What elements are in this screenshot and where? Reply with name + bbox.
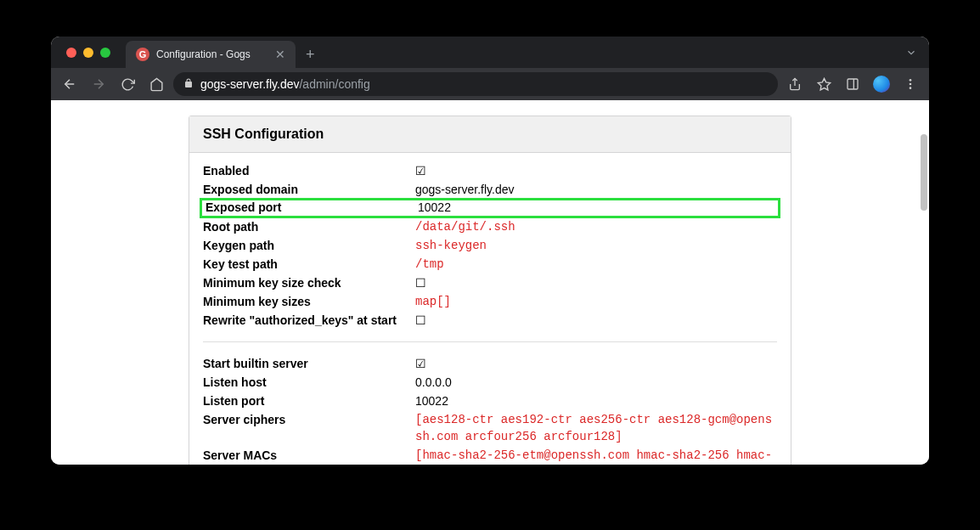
config-label: Minimum key sizes bbox=[203, 293, 415, 310]
config-value: /data/git/.ssh bbox=[415, 218, 777, 235]
extension-icon[interactable] bbox=[870, 72, 893, 96]
config-label: Server ciphers bbox=[203, 411, 415, 428]
bookmark-star-icon[interactable] bbox=[812, 72, 836, 96]
share-icon[interactable] bbox=[783, 72, 807, 96]
config-value: [aes128-ctr aes192-ctr aes256-ctr aes128… bbox=[415, 411, 777, 445]
config-value: gogs-server.fly.dev bbox=[415, 181, 777, 198]
toolbar: gogs-server.fly.dev/admin/config bbox=[51, 68, 929, 100]
browser-window: G Configuration - Gogs ✕ + gogs-server.f… bbox=[51, 37, 929, 465]
unchecked-icon: ☐ bbox=[415, 276, 426, 290]
config-value: ☑ bbox=[415, 355, 777, 372]
config-value: 10022 bbox=[418, 200, 774, 214]
config-value: 10022 bbox=[415, 392, 777, 409]
panel-icon[interactable] bbox=[841, 72, 865, 96]
config-label: Server MACs bbox=[203, 447, 415, 464]
config-row: Listen port10022 bbox=[203, 392, 777, 410]
config-label: Keygen path bbox=[203, 237, 415, 254]
config-value: map[] bbox=[415, 293, 777, 310]
back-button[interactable] bbox=[58, 72, 82, 96]
highlighted-row: Exposed port10022 bbox=[200, 198, 780, 218]
config-label: Exposed port bbox=[206, 200, 418, 214]
config-row: Keygen pathssh-keygen bbox=[203, 236, 777, 255]
reload-button[interactable] bbox=[115, 72, 139, 96]
checked-icon: ☑ bbox=[415, 164, 426, 178]
gogs-favicon: G bbox=[136, 48, 149, 61]
config-value: ☐ bbox=[415, 274, 777, 291]
config-row: Server ciphers[aes128-ctr aes192-ctr aes… bbox=[203, 410, 777, 446]
config-label: Listen port bbox=[203, 392, 415, 409]
config-row: Start builtin server☑ bbox=[203, 354, 777, 373]
svg-point-6 bbox=[910, 79, 912, 82]
config-label: Root path bbox=[203, 218, 415, 235]
config-row: Minimum key sizesmap[] bbox=[203, 292, 777, 311]
page-content: SSH Configuration Enabled☑Exposed domain… bbox=[51, 100, 929, 465]
config-label: Rewrite "authorized_keys" at start bbox=[203, 312, 415, 329]
config-value: ☑ bbox=[415, 162, 777, 179]
svg-rect-4 bbox=[848, 79, 858, 89]
config-row: Root path/data/git/.ssh bbox=[203, 217, 777, 236]
browser-menu-icon[interactable] bbox=[898, 72, 922, 96]
config-label: Key test path bbox=[203, 256, 415, 273]
config-row: Server MACs[hmac-sha2-256-etm@openssh.co… bbox=[203, 446, 777, 465]
tabs-menu-icon[interactable] bbox=[905, 37, 917, 68]
new-tab-button[interactable]: + bbox=[296, 41, 325, 68]
config-label: Start builtin server bbox=[203, 355, 415, 372]
tab-strip: G Configuration - Gogs ✕ + bbox=[51, 37, 929, 68]
browser-tab[interactable]: G Configuration - Gogs ✕ bbox=[126, 41, 296, 68]
config-value: [hmac-sha2-256-etm@openssh.com hmac-sha2… bbox=[415, 447, 777, 465]
config-row: Rewrite "authorized_keys" at start☐ bbox=[203, 311, 777, 330]
config-row: Exposed domaingogs-server.fly.dev bbox=[203, 180, 777, 199]
checked-icon: ☑ bbox=[415, 357, 426, 370]
unchecked-icon: ☐ bbox=[415, 313, 426, 327]
config-value: ☐ bbox=[415, 312, 777, 329]
ssh-config-panel: SSH Configuration Enabled☑Exposed domain… bbox=[189, 116, 791, 465]
config-label: Enabled bbox=[203, 162, 415, 179]
panel-title: SSH Configuration bbox=[189, 116, 791, 153]
config-row: Minimum key size check☐ bbox=[203, 273, 777, 292]
window-controls bbox=[59, 37, 126, 68]
forward-button[interactable] bbox=[87, 72, 110, 96]
config-row: Enabled☑ bbox=[203, 161, 777, 180]
scrollbar[interactable] bbox=[921, 134, 927, 211]
close-window-button[interactable] bbox=[66, 48, 76, 58]
divider bbox=[203, 341, 777, 342]
config-value: 0.0.0.0 bbox=[415, 374, 777, 391]
config-label: Exposed domain bbox=[203, 181, 415, 198]
config-label: Listen host bbox=[203, 374, 415, 391]
config-value: ssh-keygen bbox=[415, 237, 777, 254]
config-label: Minimum key size check bbox=[203, 274, 415, 291]
tab-title: Configuration - Gogs bbox=[156, 48, 268, 60]
minimize-window-button[interactable] bbox=[83, 48, 93, 58]
config-value: /tmp bbox=[415, 256, 777, 273]
config-row: Key test path/tmp bbox=[203, 255, 777, 273]
config-row: Listen host0.0.0.0 bbox=[203, 373, 777, 392]
address-bar[interactable]: gogs-server.fly.dev/admin/config bbox=[173, 72, 778, 96]
url-text: gogs-server.fly.dev/admin/config bbox=[200, 77, 370, 91]
home-button[interactable] bbox=[144, 72, 168, 96]
fullscreen-window-button[interactable] bbox=[100, 48, 110, 58]
svg-marker-3 bbox=[818, 78, 830, 89]
lock-icon bbox=[183, 78, 194, 91]
svg-point-8 bbox=[910, 87, 912, 89]
close-tab-icon[interactable]: ✕ bbox=[275, 48, 285, 61]
svg-point-7 bbox=[910, 83, 912, 86]
